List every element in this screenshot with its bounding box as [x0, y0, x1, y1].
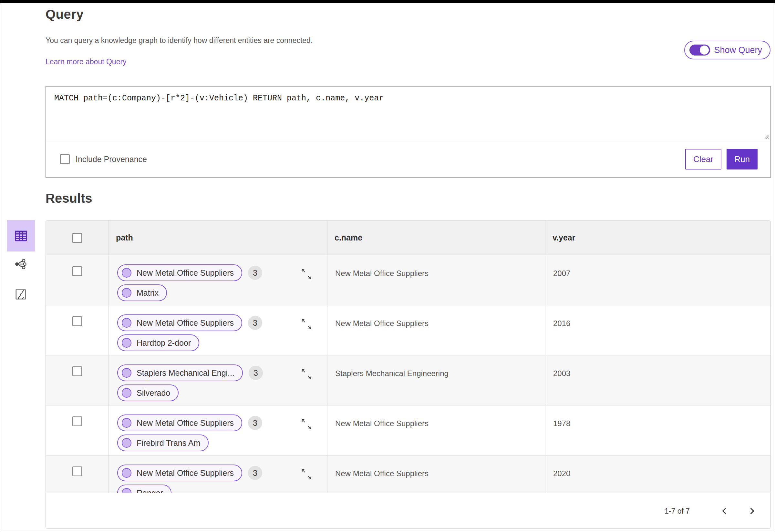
path-count-badge: 3: [248, 416, 262, 430]
cname-cell: New Metal Office Suppliers: [327, 305, 545, 355]
path-node-pill[interactable]: Hardtop 2-door: [117, 334, 199, 351]
table-view-icon: [14, 229, 28, 243]
path-node-pill[interactable]: Staplers Mechanical Engi...: [117, 364, 243, 381]
path-node-pill[interactable]: New Metal Office Suppliers: [117, 314, 242, 331]
vyear-cell: 2007: [545, 255, 770, 305]
query-input[interactable]: MATCH path=(c:Company)-[r*2]-(v:Vehicle)…: [46, 87, 770, 141]
row-select-cell: [46, 455, 108, 493]
row-select-cell: [46, 255, 108, 305]
path-node-pill[interactable]: New Metal Office Suppliers: [117, 264, 242, 281]
toggle-knob-icon: [700, 46, 709, 55]
vyear-cell: 1978: [545, 405, 770, 455]
table-row: New Metal Office Suppliers 3 Ranger New …: [46, 455, 770, 493]
table-row: Staplers Mechanical Engi... 3 Silverado …: [46, 355, 770, 405]
row-checkbox[interactable]: [72, 316, 82, 326]
path-node-pill[interactable]: New Metal Office Suppliers: [117, 414, 242, 431]
node-icon: [122, 368, 131, 378]
expand-icon[interactable]: [301, 418, 312, 430]
node-icon: [122, 288, 131, 298]
query-panel: MATCH path=(c:Company)-[r*2]-(v:Vehicle)…: [46, 86, 771, 178]
path-node-label: Staplers Mechanical Engi...: [137, 368, 234, 378]
previous-page-button[interactable]: [718, 504, 732, 518]
path-node-pill[interactable]: New Metal Office Suppliers: [117, 465, 242, 481]
node-icon: [122, 318, 131, 328]
run-button[interactable]: Run: [727, 149, 758, 169]
path-cell: Staplers Mechanical Engi... 3 Silverado: [108, 355, 327, 405]
path-node-label: Silverado: [137, 388, 170, 398]
path-count-badge: 3: [248, 466, 262, 480]
row-checkbox[interactable]: [72, 266, 82, 276]
path-node-label: Matrix: [137, 288, 158, 298]
vyear-cell: 2016: [545, 305, 770, 355]
path-count-badge: 3: [248, 316, 262, 330]
table-row: New Metal Office Suppliers 3 Hardtop 2-d…: [46, 305, 770, 355]
path-view-icon: [15, 288, 27, 301]
cname-cell: New Metal Office Suppliers: [327, 455, 545, 493]
view-switch-graph[interactable]: [11, 254, 30, 274]
column-header-vyear[interactable]: v.year: [545, 220, 770, 255]
results-title: Results: [46, 191, 92, 206]
select-all-cell: [46, 220, 108, 255]
expand-icon[interactable]: [301, 318, 312, 330]
path-count-badge: 3: [248, 266, 262, 280]
expand-icon[interactable]: [301, 368, 312, 380]
path-node-pill[interactable]: Matrix: [117, 284, 167, 301]
query-panel-footer: Include Provenance Clear Run: [46, 141, 770, 177]
node-icon: [122, 488, 131, 493]
table-header-row: path c.name v.year: [46, 220, 770, 255]
toggle-track-icon[interactable]: [689, 45, 710, 56]
show-query-label: Show Query: [714, 45, 762, 55]
learn-more-link[interactable]: Learn more about Query: [46, 57, 127, 66]
path-node-pill[interactable]: Firebird Trans Am: [117, 435, 209, 451]
row-checkbox[interactable]: [72, 366, 82, 376]
path-node-label: New Metal Office Suppliers: [137, 418, 234, 428]
cname-cell: New Metal Office Suppliers: [327, 255, 545, 305]
expand-icon[interactable]: [301, 468, 312, 480]
expand-icon[interactable]: [301, 268, 312, 280]
show-query-toggle[interactable]: Show Query: [684, 41, 770, 59]
path-node-label: New Metal Office Suppliers: [137, 268, 234, 278]
vyear-cell: 2020: [545, 455, 770, 493]
row-select-cell: [46, 405, 108, 455]
view-switch-path[interactable]: [11, 285, 30, 304]
path-count-badge: 3: [249, 366, 263, 380]
table-row: New Metal Office Suppliers 3 Matrix New …: [46, 255, 770, 305]
path-node-label: Hardtop 2-door: [137, 338, 191, 348]
chevron-right-icon: [748, 507, 756, 515]
query-editor-wrap: MATCH path=(c:Company)-[r*2]-(v:Vehicle)…: [46, 87, 770, 141]
node-icon: [122, 268, 131, 278]
next-page-button[interactable]: [745, 504, 759, 518]
column-header-path[interactable]: path: [108, 220, 327, 255]
view-switch-table[interactable]: [7, 220, 35, 251]
path-node-label: Firebird Trans Am: [137, 438, 200, 448]
path-node-label: New Metal Office Suppliers: [137, 468, 234, 478]
table-body: New Metal Office Suppliers 3 Matrix New …: [46, 255, 770, 493]
path-cell: New Metal Office Suppliers 3 Matrix: [108, 255, 327, 305]
page-title: Query: [46, 7, 84, 22]
vyear-cell: 2003: [545, 355, 770, 405]
path-cell: New Metal Office Suppliers 3 Ranger: [108, 455, 327, 493]
graph-view-icon: [14, 258, 27, 271]
path-cell: New Metal Office Suppliers 3 Hardtop 2-d…: [108, 305, 327, 355]
path-node-label: Ranger: [137, 488, 163, 493]
row-checkbox[interactable]: [72, 416, 82, 426]
cname-cell: Staplers Mechanical Engineering: [327, 355, 545, 405]
table-row: New Metal Office Suppliers 3 Firebird Tr…: [46, 405, 770, 455]
path-node-pill[interactable]: Ranger: [117, 485, 171, 493]
node-icon: [122, 388, 131, 398]
row-checkbox[interactable]: [72, 466, 82, 476]
clear-button[interactable]: Clear: [685, 149, 721, 169]
row-select-cell: [46, 355, 108, 405]
app-window: Query You can query a knowledge graph to…: [0, 0, 775, 532]
chevron-left-icon: [720, 507, 729, 515]
include-provenance-label: Include Provenance: [76, 155, 147, 164]
column-header-cname[interactable]: c.name: [327, 220, 545, 255]
node-icon: [122, 438, 131, 448]
path-node-pill[interactable]: Silverado: [117, 384, 178, 401]
query-actions: Clear Run: [685, 149, 758, 169]
window-top-border: [0, 0, 775, 3]
resize-handle-icon[interactable]: [763, 133, 770, 140]
select-all-checkbox[interactable]: [72, 233, 82, 243]
include-provenance-checkbox[interactable]: [60, 154, 70, 164]
path-node-label: New Metal Office Suppliers: [137, 318, 234, 328]
